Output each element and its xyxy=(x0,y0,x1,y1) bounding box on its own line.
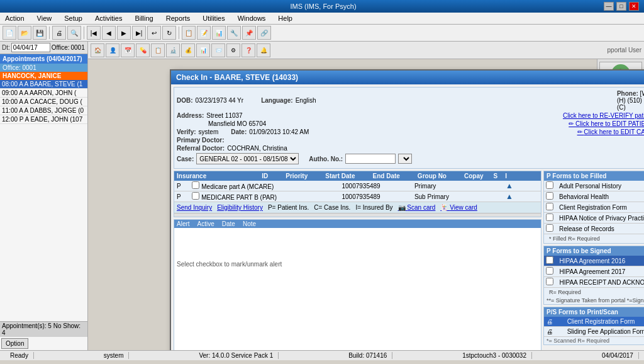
copay-up-icon1[interactable]: ▲ xyxy=(506,192,513,201)
scan-card-link[interactable]: 📷 Scan card xyxy=(398,204,436,211)
ins-row0-check[interactable] xyxy=(192,181,199,189)
dob-value: 03/23/1973 44 Yr xyxy=(196,97,244,104)
referral-label: Referral Doctor: xyxy=(177,145,225,152)
ico-tb5[interactable]: 📋 xyxy=(151,43,165,57)
ins-hscroll[interactable] xyxy=(174,213,541,217)
table-row[interactable]: P MEDICARE PART B (PAR) 10007935489 Sub … xyxy=(174,191,541,202)
send-inquiry-link[interactable]: Send Inquiry xyxy=(177,204,212,211)
refresh-btn[interactable]: ↻ xyxy=(162,26,176,40)
menu-billing[interactable]: Billing xyxy=(132,14,155,23)
ico-tb6[interactable]: 🔬 xyxy=(166,43,180,57)
dialog-body: DOB: 03/23/1973 44 Yr Language: English … xyxy=(171,84,644,350)
ico-tb10[interactable]: ⚙ xyxy=(226,43,240,57)
form-fill-check2[interactable] xyxy=(546,203,553,210)
new-btn[interactable]: 📄 xyxy=(3,26,16,40)
appt-item-0[interactable]: 08:00 A A BAARE, STEVE (1 xyxy=(0,80,87,89)
signed-name0: HIPAA Agreement 2016 xyxy=(557,256,644,266)
ins-col-insurance: Insurance xyxy=(177,173,206,179)
signed-check2[interactable] xyxy=(546,278,553,285)
address-label: Address: xyxy=(177,112,204,119)
nav-last[interactable]: ▶| xyxy=(132,26,146,40)
menu-help[interactable]: Help xyxy=(275,14,295,23)
signed-check0[interactable] xyxy=(546,256,553,264)
save-btn[interactable]: 💾 xyxy=(33,26,47,40)
edit-case-link[interactable]: ✏ Click here to EDIT CASE detail xyxy=(577,128,644,135)
table-row[interactable]: 🖨 Client Registration Form xyxy=(544,317,644,327)
tb-extra5[interactable]: 📌 xyxy=(242,26,256,40)
app-title: IMS (IMS, For Psych) xyxy=(43,3,604,10)
nav-next[interactable]: ▶ xyxy=(117,26,131,40)
form-fill-check0[interactable] xyxy=(546,181,553,189)
phone-section: Phone: [W] (H) (510) 555-4579 (C) xyxy=(617,90,644,111)
ins-row0-name: Medicare part A (MCARE) xyxy=(189,181,339,191)
open-btn[interactable]: 📂 xyxy=(18,26,31,40)
maximize-btn[interactable]: □ xyxy=(616,2,626,11)
ico-tb9[interactable]: 📨 xyxy=(211,43,225,57)
alert-panel: Alert Active Date Note Select checkbox t… xyxy=(174,219,541,350)
signed-legend: R= Required xyxy=(547,288,584,296)
forms-print-header: P/S Forms to Print/Scan xyxy=(544,307,644,317)
patient-info-section: DOB: 03/23/1973 44 Yr Language: English … xyxy=(174,87,644,169)
nav-first[interactable]: |◀ xyxy=(87,26,101,40)
menu-activities[interactable]: Activities xyxy=(92,14,125,23)
appt-footer: Appointment(s): 5 No Show: 4 xyxy=(0,321,87,337)
copay-up-icon0[interactable]: ▲ xyxy=(506,181,513,190)
print-btn[interactable]: 🖨 xyxy=(52,26,66,40)
table-row[interactable]: 🖨 Sliding Fee Application Form xyxy=(544,327,644,337)
selected-patient[interactable]: HANCOCK, JANICE xyxy=(0,72,87,80)
menu-reports[interactable]: Reports xyxy=(164,14,193,23)
eligibility-history-link[interactable]: Eligibility History xyxy=(217,204,263,211)
appt-item-1[interactable]: 09:00 A A AARON, JOHN ( xyxy=(0,89,87,98)
reverify-link[interactable]: Click here to RE-VERIFY patient detail xyxy=(563,112,644,119)
insurance-panel: Insurance ID Priority Start Date End Dat… xyxy=(174,171,541,217)
autho-input[interactable] xyxy=(345,154,396,164)
case-select[interactable]: GENERAL 02 - 0001 - 08/15/08 xyxy=(196,153,299,164)
ico-tb4[interactable]: 💊 xyxy=(136,43,150,57)
menu-action[interactable]: Action xyxy=(3,14,27,23)
option-btn[interactable]: Option xyxy=(1,338,28,349)
ico-tb8[interactable]: 📊 xyxy=(196,43,210,57)
menu-setup[interactable]: Setup xyxy=(62,14,85,23)
forms-to-fill-footer: * Filled R= Required Click here to print… xyxy=(544,234,644,243)
ico-tb2[interactable]: 👤 xyxy=(106,43,119,57)
office-row-label: Office: 0001 xyxy=(0,64,87,72)
menu-view[interactable]: View xyxy=(35,14,55,23)
tb-extra6[interactable]: 🔗 xyxy=(257,26,271,40)
ico-tb11[interactable]: ❓ xyxy=(242,43,255,57)
phone-h: (H) xyxy=(617,97,626,104)
ico-tb12[interactable]: 🔔 xyxy=(257,43,270,57)
app-close-btn[interactable]: ✕ xyxy=(629,2,639,11)
autho-label: Autho. No.: xyxy=(309,156,343,162)
forms-signed-table: HIPAA Agreement 2016 Every Visit ✏ HIPAA… xyxy=(544,256,644,288)
city-row: Mansfield MO 65704 ✏ Click here to EDIT … xyxy=(177,120,644,127)
appt-item-2[interactable]: 10:00 A A CACACE, DOUG ( xyxy=(0,98,87,106)
form-fill-name0: Adult Personal History xyxy=(557,181,644,191)
minimize-btn[interactable]: — xyxy=(604,2,614,11)
tb-extra1[interactable]: 📋 xyxy=(182,26,196,40)
edit-patient-link[interactable]: ✏ Click here to EDIT PATIENT detail xyxy=(569,120,644,127)
nav-prev[interactable]: ◀ xyxy=(102,26,116,40)
ico-tb3[interactable]: 📅 xyxy=(121,43,135,57)
form-fill-check4[interactable] xyxy=(546,224,553,232)
menu-windows[interactable]: Windows xyxy=(235,14,269,23)
table-row[interactable]: P Medicare part A (MCARE) 10007935489 Pr… xyxy=(174,181,541,191)
print-row0-icon: 🖨 xyxy=(544,317,565,327)
tb-extra4[interactable]: 🔧 xyxy=(227,26,241,40)
form-fill-check1[interactable] xyxy=(546,192,553,200)
appt-item-3[interactable]: 11:00 A A DABBS, JORGE (0 xyxy=(0,106,87,115)
nav-back[interactable]: ↩ xyxy=(147,26,161,40)
appt-item-4[interactable]: 12:00 P A EADE, JOHN (107 xyxy=(0,115,87,124)
dt-input[interactable]: 04/04/17 xyxy=(11,43,50,52)
autho-select[interactable] xyxy=(398,154,412,164)
signed-check1[interactable] xyxy=(546,267,553,275)
preview-btn[interactable]: 🔍 xyxy=(67,26,81,40)
view-card-link[interactable]: 🃏 View card xyxy=(440,204,477,211)
tb-extra3[interactable]: 📊 xyxy=(212,26,226,40)
primary-doctor-row: Primary Doctor: xyxy=(177,137,644,144)
ico-tb1[interactable]: 🏠 xyxy=(91,43,104,57)
menu-utilities[interactable]: Utilities xyxy=(200,14,227,23)
form-fill-check3[interactable] xyxy=(546,213,553,221)
tb-extra2[interactable]: 📝 xyxy=(197,26,211,40)
ico-tb7[interactable]: 💰 xyxy=(181,43,195,57)
ins-row1-check[interactable] xyxy=(192,192,199,200)
